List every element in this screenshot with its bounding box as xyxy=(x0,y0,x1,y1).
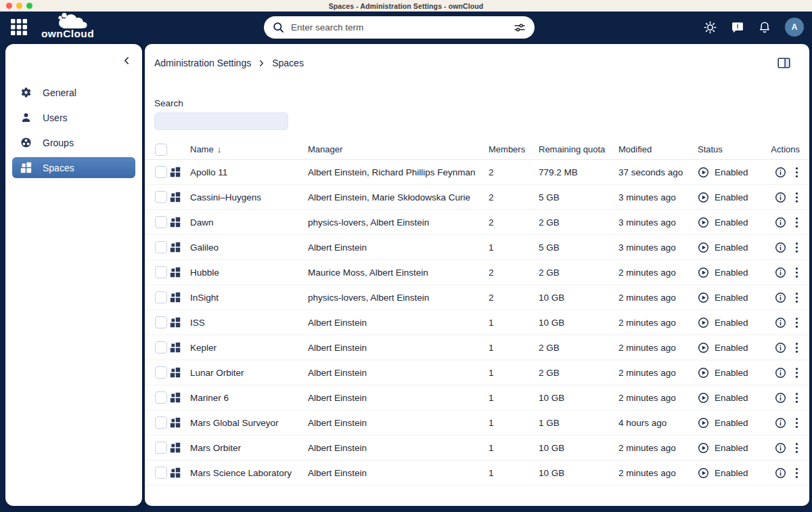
space-context-menu-button[interactable] xyxy=(795,317,798,328)
space-context-menu-button[interactable] xyxy=(795,192,798,203)
app-switcher-grid-icon[interactable] xyxy=(10,18,28,36)
space-name[interactable]: Lunar Orbiter xyxy=(190,368,308,378)
space-name[interactable]: Mariner 6 xyxy=(190,393,308,403)
table-row[interactable]: Apollo 11 Albert Einstein, Richard Phill… xyxy=(145,160,809,185)
space-context-menu-button[interactable] xyxy=(795,417,798,429)
space-context-menu-button[interactable] xyxy=(795,367,798,379)
notifications-button[interactable] xyxy=(758,20,771,35)
row-checkbox[interactable] xyxy=(155,166,167,178)
space-name[interactable]: Dawn xyxy=(190,217,308,228)
table-row[interactable]: Mars Science Laboratory Albert Einstein … xyxy=(145,461,809,486)
space-details-button[interactable] xyxy=(775,217,786,228)
sidebar-item-spaces[interactable]: Spaces xyxy=(12,157,135,178)
column-header-members[interactable]: Members xyxy=(489,144,539,154)
space-name[interactable]: Mars Orbiter xyxy=(190,443,308,453)
row-checkbox[interactable] xyxy=(155,316,167,328)
sidebar-item-users[interactable]: Users xyxy=(12,107,135,128)
grid-icon xyxy=(10,18,28,36)
space-members: 2 xyxy=(489,268,539,278)
row-checkbox[interactable] xyxy=(155,266,167,278)
space-details-button[interactable] xyxy=(775,167,786,178)
space-members: 1 xyxy=(489,242,539,253)
space-name[interactable]: Mars Global Surveyor xyxy=(190,418,308,428)
table-row[interactable]: Mariner 6 Albert Einstein 1 10 GB 2 minu… xyxy=(145,385,809,410)
column-header-status[interactable]: Status xyxy=(698,144,765,154)
table-row[interactable]: InSight physics-lovers, Albert Einstein … xyxy=(145,285,809,310)
space-context-menu-button[interactable] xyxy=(795,392,798,404)
space-context-menu-button[interactable] xyxy=(795,342,798,354)
column-header-quota[interactable]: Remaining quota xyxy=(539,144,618,154)
space-details-button[interactable] xyxy=(775,192,786,203)
column-header-modified[interactable]: Modified xyxy=(618,144,698,154)
space-details-button[interactable] xyxy=(775,242,786,253)
sidebar-collapse-button[interactable] xyxy=(122,56,131,65)
space-name[interactable]: Kepler xyxy=(190,343,308,353)
space-tile-icon xyxy=(170,192,181,202)
row-checkbox[interactable] xyxy=(155,391,167,404)
space-name[interactable]: InSight xyxy=(190,293,308,303)
owncloud-logo[interactable]: ownCloud xyxy=(41,12,104,42)
row-checkbox[interactable] xyxy=(155,366,167,379)
space-name[interactable]: Cassini–Huygens xyxy=(190,192,308,202)
breadcrumb-spaces[interactable]: Spaces xyxy=(272,58,304,68)
table-row[interactable]: Hubble Maurice Moss, Albert Einstein 2 2… xyxy=(145,260,809,285)
space-details-button[interactable] xyxy=(775,292,786,303)
space-details-button[interactable] xyxy=(775,317,786,328)
space-manager: Albert Einstein xyxy=(308,443,489,453)
table-row[interactable]: Dawn physics-lovers, Albert Einstein 2 2… xyxy=(145,210,809,235)
space-name[interactable]: Galileo xyxy=(190,242,308,253)
row-checkbox[interactable] xyxy=(155,291,167,303)
table-row[interactable]: Galileo Albert Einstein 1 5 GB 3 minutes… xyxy=(145,235,809,260)
column-header-manager[interactable]: Manager xyxy=(308,144,489,154)
row-checkbox[interactable] xyxy=(155,467,167,479)
spaces-filter: Search xyxy=(154,98,809,130)
table-row[interactable]: Cassini–Huygens Albert Einstein, Marie S… xyxy=(145,185,809,210)
space-details-button[interactable] xyxy=(775,467,786,479)
space-name[interactable]: Apollo 11 xyxy=(190,167,308,177)
space-name[interactable]: Hubble xyxy=(190,268,308,278)
space-modified: 3 minutes ago xyxy=(618,217,698,228)
space-details-button[interactable] xyxy=(775,267,786,278)
side-panel-toggle-button[interactable] xyxy=(777,58,790,68)
space-details-button[interactable] xyxy=(775,417,786,429)
space-context-menu-button[interactable] xyxy=(795,467,798,479)
space-status: Enabled xyxy=(715,217,748,228)
space-manager: Albert Einstein, Richard Phillips Feynma… xyxy=(308,167,489,177)
table-row[interactable]: Mars Global Surveyor Albert Einstein 1 1… xyxy=(145,410,809,435)
theme-switcher-button[interactable] xyxy=(703,20,717,35)
spaces-search-input[interactable] xyxy=(154,112,288,130)
space-details-button[interactable] xyxy=(775,392,786,404)
space-details-button[interactable] xyxy=(775,342,786,354)
row-checkbox[interactable] xyxy=(155,216,167,228)
breadcrumb-admin-settings[interactable]: Administration Settings xyxy=(154,58,251,68)
space-context-menu-button[interactable] xyxy=(795,167,798,178)
space-modified: 37 seconds ago xyxy=(618,167,698,177)
sidebar-item-general[interactable]: General xyxy=(12,82,135,103)
space-context-menu-button[interactable] xyxy=(795,442,798,454)
space-context-menu-button[interactable] xyxy=(795,242,798,253)
space-details-button[interactable] xyxy=(775,367,786,379)
row-checkbox[interactable] xyxy=(155,241,167,253)
sidebar-item-groups[interactable]: Groups xyxy=(12,132,135,153)
row-checkbox[interactable] xyxy=(155,442,167,454)
feedback-button[interactable]: ! xyxy=(731,20,744,34)
search-filter-button[interactable] xyxy=(513,21,526,35)
space-details-button[interactable] xyxy=(775,442,786,454)
table-row[interactable]: Mars Orbiter Albert Einstein 1 10 GB 2 m… xyxy=(145,435,809,461)
table-row[interactable]: Lunar Orbiter Albert Einstein 1 2 GB 2 m… xyxy=(145,360,809,385)
row-checkbox[interactable] xyxy=(155,417,167,429)
space-context-menu-button[interactable] xyxy=(795,267,798,278)
space-modified: 3 minutes ago xyxy=(618,192,698,202)
row-checkbox[interactable] xyxy=(155,191,167,203)
select-all-checkbox[interactable] xyxy=(155,144,167,156)
space-context-menu-button[interactable] xyxy=(795,292,798,303)
user-avatar[interactable]: A xyxy=(785,18,804,37)
column-header-name[interactable]: Name↓ xyxy=(190,144,221,154)
row-checkbox[interactable] xyxy=(155,341,167,354)
global-search-input[interactable] xyxy=(291,22,513,33)
table-row[interactable]: Kepler Albert Einstein 1 2 GB 2 minutes … xyxy=(145,335,809,360)
table-row[interactable]: ISS Albert Einstein 1 10 GB 2 minutes ag… xyxy=(145,310,809,335)
space-name[interactable]: ISS xyxy=(190,318,308,328)
space-context-menu-button[interactable] xyxy=(795,217,798,228)
space-name[interactable]: Mars Science Laboratory xyxy=(190,468,308,478)
